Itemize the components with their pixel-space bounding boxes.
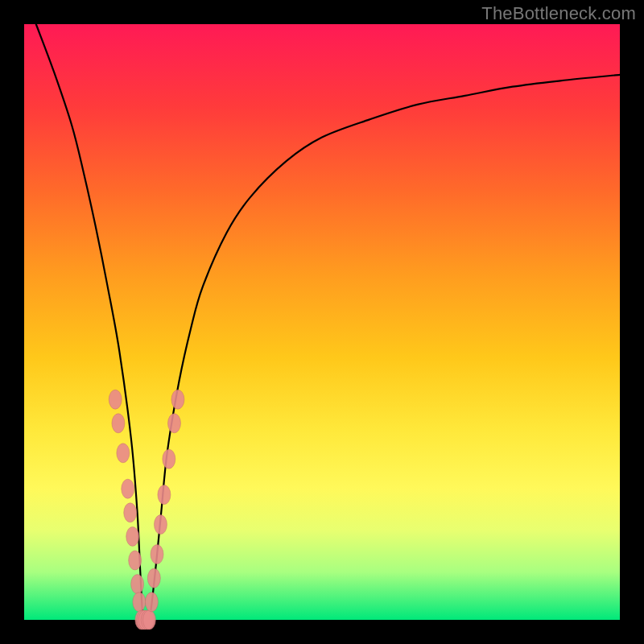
- marker: [158, 485, 171, 505]
- marker: [142, 610, 155, 630]
- chart-frame: TheBottleneck.com: [0, 0, 644, 644]
- marker: [129, 551, 142, 570]
- marker: [151, 545, 163, 564]
- marker: [133, 592, 146, 612]
- marker: [154, 515, 167, 535]
- marker: [163, 449, 175, 469]
- marker: [147, 568, 160, 588]
- bottleneck-curve: [36, 24, 620, 625]
- marker: [124, 503, 137, 522]
- marker: [145, 592, 158, 612]
- marker: [167, 414, 180, 433]
- marker: [126, 526, 139, 546]
- marker: [122, 479, 134, 498]
- watermark-text: TheBottleneck.com: [481, 3, 636, 24]
- marker: [131, 575, 144, 594]
- marker: [112, 414, 125, 433]
- chart-svg: [24, 24, 620, 620]
- marker: [109, 390, 122, 409]
- marker: [117, 444, 130, 463]
- marker: [171, 390, 184, 409]
- markers-group: [109, 390, 184, 630]
- plot-area: [24, 24, 620, 620]
